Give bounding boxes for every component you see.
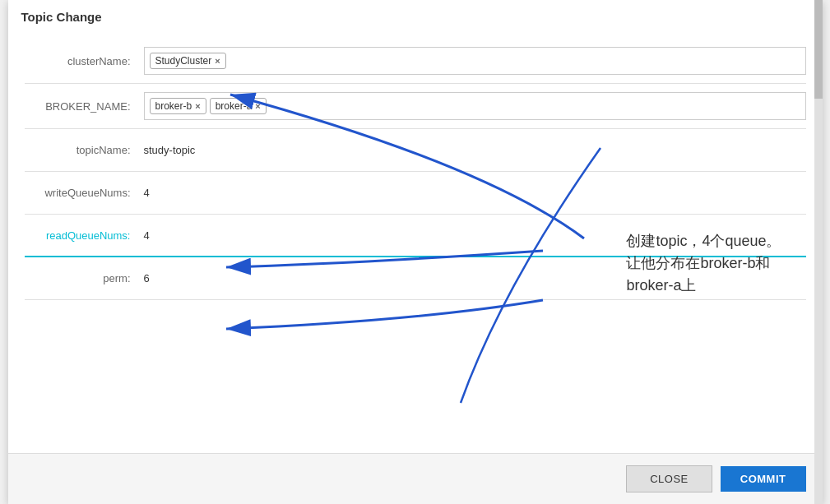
dialog-title: Topic Change — [8, 0, 823, 30]
form-row-writequeue: writeQueueNums: 4 — [25, 172, 806, 215]
tag-label-a: broker-a — [216, 100, 253, 112]
label-topicname: topicName: — [25, 144, 144, 156]
field-perm: 6 — [144, 269, 806, 288]
tag-close-b-icon[interactable]: × — [195, 101, 200, 111]
field-clustername[interactable]: StudyCluster × — [144, 47, 806, 75]
field-brokername[interactable]: broker-b × broker-a × — [144, 92, 806, 120]
tag-studycluster: StudyCluster × — [150, 53, 226, 69]
form-row-brokername: BROKER_NAME: broker-b × broker-a × — [25, 84, 806, 129]
form-row-topicname: topicName: study-topic — [25, 129, 806, 172]
dialog-body: clusterName: StudyCluster × BROKER_NAME:… — [8, 30, 823, 308]
form-row-perm: perm: 6 — [25, 257, 806, 300]
dialog-footer: CLOSE COMMIT — [8, 453, 823, 504]
form-row-clustername: clusterName: StudyCluster × — [25, 39, 806, 84]
close-button[interactable]: CLOSE — [626, 465, 712, 492]
tag-broker-b: broker-b × — [150, 98, 206, 114]
tag-broker-a: broker-a × — [210, 98, 267, 114]
field-readqueue: 4 — [144, 226, 806, 245]
label-readqueue: readQueueNums: — [25, 229, 144, 242]
tag-label-b: broker-b — [155, 100, 192, 112]
field-topicname: study-topic — [144, 141, 806, 160]
tag-label: StudyCluster — [155, 55, 212, 67]
label-perm: perm: — [25, 272, 144, 284]
label-writequeue: writeQueueNums: — [25, 187, 144, 199]
commit-button[interactable]: COMMIT — [721, 466, 806, 492]
scrollbar-thumb[interactable] — [814, 0, 823, 99]
dialog: Topic Change clusterName: StudyCluster ×… — [8, 0, 823, 504]
tag-close-a-icon[interactable]: × — [255, 101, 260, 111]
tag-close-icon[interactable]: × — [215, 56, 220, 66]
form-row-readqueue: readQueueNums: 4 — [25, 215, 806, 257]
field-writequeue: 4 — [144, 183, 806, 202]
label-brokername: BROKER_NAME: — [25, 100, 144, 113]
label-clustername: clusterName: — [25, 55, 144, 67]
scrollbar[interactable] — [814, 0, 823, 504]
